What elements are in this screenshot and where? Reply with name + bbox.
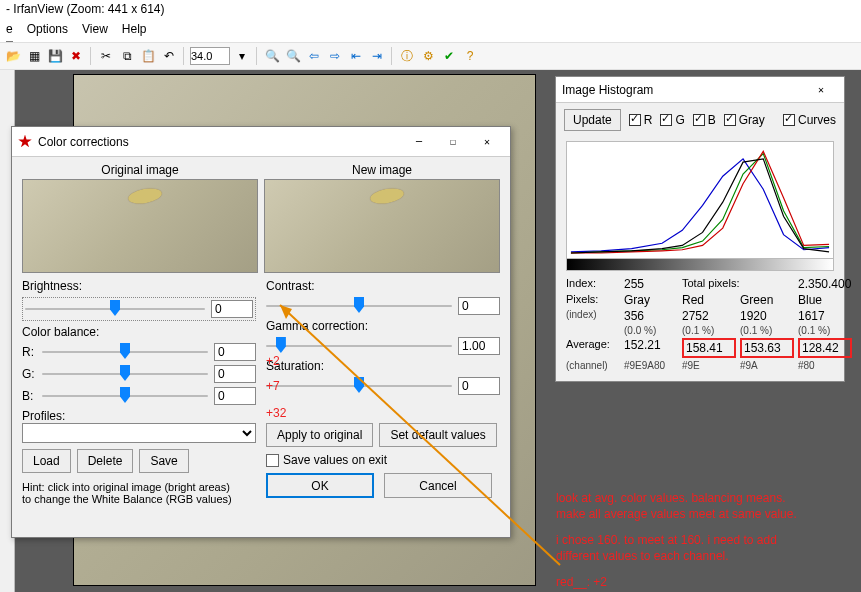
histogram-title: Image Histogram (562, 83, 653, 97)
new-image-label: New image (264, 163, 500, 177)
r-checkbox[interactable]: R (629, 113, 653, 127)
colorbalance-label: Color balance: (22, 325, 256, 339)
paste-icon[interactable]: 📋 (139, 47, 157, 65)
histogram-titlebar: Image Histogram ✕ (556, 77, 844, 103)
menu-item[interactable]: Help (122, 22, 147, 42)
g-checkbox[interactable]: G (660, 113, 684, 127)
cut-icon[interactable]: ✂ (97, 47, 115, 65)
last-icon[interactable]: ⇥ (368, 47, 386, 65)
saturation-slider[interactable] (266, 379, 452, 393)
save-button[interactable]: Save (139, 449, 188, 473)
menubar: e Options View Help (0, 22, 861, 42)
original-image-label: Original image (22, 163, 258, 177)
b-slider[interactable] (42, 389, 208, 403)
new-thumbnail (264, 179, 500, 273)
gray-checkbox[interactable]: Gray (724, 113, 765, 127)
menu-item[interactable]: Options (27, 22, 68, 42)
b-value[interactable] (214, 387, 256, 405)
dialog-title: Color corrections (38, 135, 129, 149)
contrast-label: Contrast: (266, 279, 500, 293)
update-button[interactable]: Update (564, 109, 621, 131)
saturation-value[interactable] (458, 377, 500, 395)
r-value[interactable] (214, 343, 256, 361)
curves-checkbox[interactable]: Curves (783, 113, 836, 127)
dialog-titlebar: Color corrections ─ ☐ ✕ (12, 127, 510, 157)
annotation-r-offset: +2 (266, 354, 280, 368)
histogram-dialog: Image Histogram ✕ Update R G B Gray Curv… (555, 76, 845, 382)
delete-icon[interactable]: ✖ (67, 47, 85, 65)
g-slider[interactable] (42, 367, 208, 381)
contrast-value[interactable] (458, 297, 500, 315)
hint-text: Hint: click into original image (bright … (22, 481, 232, 505)
cancel-button[interactable]: Cancel (384, 473, 492, 498)
avg-blue-box: 128.42 (798, 338, 852, 358)
gamma-label: Gamma correction: (266, 319, 500, 333)
avg-red-box: 158.41 (682, 338, 736, 358)
annotation-explanation: look at avg. color values. balancing mea… (556, 490, 856, 592)
contrast-slider[interactable] (266, 299, 452, 313)
window-title: - IrfanView (Zoom: 441 x 614) (0, 0, 861, 22)
load-button[interactable]: Load (22, 449, 71, 473)
brightness-label: Brightness: (22, 279, 256, 293)
zoom-out-icon[interactable]: 🔍 (284, 47, 302, 65)
annotation-g-offset: +7 (266, 379, 280, 393)
minimize-icon[interactable]: ─ (402, 130, 436, 154)
r-slider[interactable] (42, 345, 208, 359)
workspace: Color corrections ─ ☐ ✕ Original image N… (0, 70, 861, 592)
saturation-label: Saturation: (266, 359, 500, 373)
avg-green-box: 153.63 (740, 338, 794, 358)
delete-button[interactable]: Delete (77, 449, 134, 473)
close-icon[interactable]: ✕ (470, 130, 504, 154)
profiles-label: Profiles: (22, 409, 256, 423)
first-icon[interactable]: ⇤ (347, 47, 365, 65)
menu-item[interactable]: View (82, 22, 108, 42)
dropdown-icon[interactable]: ▾ (233, 47, 251, 65)
annotation-b-offset: +32 (266, 406, 286, 420)
prev-icon[interactable]: ⇦ (305, 47, 323, 65)
original-thumbnail[interactable] (22, 179, 258, 273)
r-label: R: (22, 345, 36, 359)
gamma-slider[interactable] (266, 339, 452, 353)
color-corrections-dialog: Color corrections ─ ☐ ✕ Original image N… (11, 126, 511, 538)
open-icon[interactable]: 📂 (4, 47, 22, 65)
menu-item[interactable]: e (6, 22, 13, 42)
gradient-bar (566, 259, 834, 271)
settings-icon[interactable]: ⚙ (419, 47, 437, 65)
zoom-in-icon[interactable]: 🔍 (263, 47, 281, 65)
next-icon[interactable]: ⇨ (326, 47, 344, 65)
close-icon[interactable]: ✕ (804, 78, 838, 102)
toolbar: 📂 ▦ 💾 ✖ ✂ ⧉ 📋 ↶ ▾ 🔍 🔍 ⇦ ⇨ ⇤ ⇥ ⓘ ⚙ ✔ ? (0, 42, 861, 70)
maximize-icon[interactable]: ☐ (436, 130, 470, 154)
b-checkbox[interactable]: B (693, 113, 716, 127)
b-label: B: (22, 389, 36, 403)
brightness-slider[interactable] (25, 302, 205, 316)
help-icon[interactable]: ? (461, 47, 479, 65)
histogram-stats: Index: 255 Total pixels: 2.350.400 Pixel… (556, 271, 844, 381)
histogram-plot (566, 141, 834, 259)
app-logo-icon (18, 135, 32, 149)
save-icon[interactable]: 💾 (46, 47, 64, 65)
g-value[interactable] (214, 365, 256, 383)
defaults-button[interactable]: Set default values (379, 423, 496, 447)
profiles-select[interactable] (22, 423, 256, 443)
ok-button[interactable]: OK (266, 473, 374, 498)
copy-icon[interactable]: ⧉ (118, 47, 136, 65)
apply-button[interactable]: Apply to original (266, 423, 373, 447)
save-on-exit-checkbox[interactable] (266, 454, 279, 467)
zoom-input[interactable] (190, 47, 230, 65)
undo-icon[interactable]: ↶ (160, 47, 178, 65)
save-on-exit-label: Save values on exit (283, 453, 387, 467)
about-icon[interactable]: ✔ (440, 47, 458, 65)
info-icon[interactable]: ⓘ (398, 47, 416, 65)
gamma-value[interactable] (458, 337, 500, 355)
g-label: G: (22, 367, 36, 381)
slideshow-icon[interactable]: ▦ (25, 47, 43, 65)
brightness-value[interactable] (211, 300, 253, 318)
